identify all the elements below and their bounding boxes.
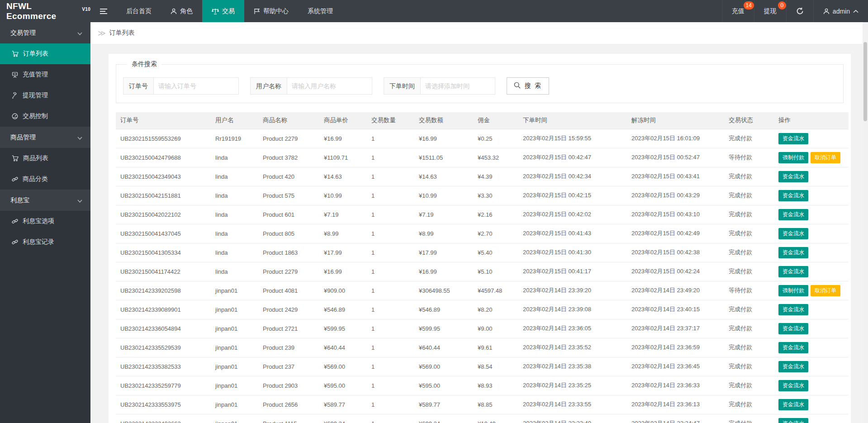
unit-price-cell: ¥640.44 bbox=[319, 338, 367, 357]
order-id-cell: UB2302150041305334 bbox=[116, 243, 211, 262]
fund-flow-button[interactable]: 资金流水 bbox=[778, 247, 808, 258]
nav-item-trade[interactable]: 交易 bbox=[202, 0, 244, 22]
order-time-cell: 2023年02月15日 15:59:55 bbox=[518, 129, 627, 148]
unit-price-cell: ¥599.95 bbox=[319, 319, 367, 338]
sidebar-group-label: 交易管理 bbox=[10, 29, 36, 37]
table-row: UB2302142339089901jinpan01Product 2429¥5… bbox=[116, 300, 849, 319]
table-row: UB2302150041305334lindaProduct 1863¥17.9… bbox=[116, 243, 849, 262]
sidebar-item-product-list[interactable]: 商品列表 bbox=[0, 148, 90, 169]
nav-item-system[interactable]: 系统管理 bbox=[298, 0, 342, 22]
column-header-0: 订单号 bbox=[116, 112, 211, 129]
status-cell: 完成付款 bbox=[724, 224, 774, 243]
vertical-scrollbar-thumb[interactable] bbox=[863, 42, 867, 121]
status-cell: 完成付款 bbox=[724, 319, 774, 338]
username-cell: linda bbox=[211, 167, 258, 186]
column-header-9: 交易状态 bbox=[724, 112, 774, 129]
quantity-cell: 1 bbox=[367, 262, 414, 281]
quantity-cell: 1 bbox=[367, 300, 414, 319]
sidebar-group-product-management[interactable]: 商品管理 bbox=[0, 127, 90, 148]
refresh-button[interactable] bbox=[786, 0, 813, 22]
unfreeze-time-cell: 2023年02月14日 23:36:13 bbox=[627, 395, 724, 414]
unfreeze-time-cell: 2023年02月14日 22:24:47 bbox=[627, 414, 724, 423]
sidebar-item-product-category[interactable]: 商品分类 bbox=[0, 169, 90, 190]
admin-user-icon bbox=[823, 8, 830, 14]
quantity-cell: 1 bbox=[367, 338, 414, 357]
sidebar-item-recharge-management[interactable]: 充值管理 bbox=[0, 64, 90, 85]
sidebar-item-interest-records[interactable]: 利息宝记录 bbox=[0, 232, 90, 252]
order-time-cell: 2023年02月15日 00:41:17 bbox=[518, 262, 627, 281]
status-cell: 完成付款 bbox=[724, 338, 774, 357]
order-id-field-group: 订单号 bbox=[123, 77, 239, 95]
recharge-button[interactable]: 充值 14 bbox=[722, 0, 754, 22]
order-id-cell: UB2302142335529539 bbox=[116, 338, 211, 357]
order-time-cell: 2023年02月14日 23:33:55 bbox=[518, 395, 627, 414]
unit-price-cell: ¥909.00 bbox=[319, 281, 367, 300]
fund-flow-button[interactable]: 资金流水 bbox=[778, 304, 808, 315]
cancel-order-button[interactable]: 取消订单 bbox=[811, 152, 840, 163]
sidebar-toggle-button[interactable] bbox=[90, 0, 117, 22]
top-navbar: NFWL Ecommerce V10 后台首页 角色 交易 bbox=[0, 0, 868, 22]
username-cell: jinpan01 bbox=[211, 338, 258, 357]
nav-item-label: 角色 bbox=[180, 7, 193, 15]
nav-item-home[interactable]: 后台首页 bbox=[117, 0, 161, 22]
order-id-input[interactable] bbox=[154, 77, 239, 95]
fund-flow-button[interactable]: 资金流水 bbox=[778, 190, 808, 201]
username-input[interactable] bbox=[287, 77, 372, 95]
force-pay-button[interactable]: 强制付款 bbox=[778, 152, 808, 163]
amount-cell: ¥17.99 bbox=[414, 243, 473, 262]
fund-flow-button[interactable]: 资金流水 bbox=[778, 418, 808, 423]
amount-cell: ¥16.99 bbox=[414, 129, 473, 148]
order-time-input[interactable] bbox=[421, 77, 495, 95]
sidebar-item-trade-control[interactable]: 交易控制 bbox=[0, 106, 90, 127]
product-cell: Product 2279 bbox=[258, 262, 319, 281]
quantity-cell: 1 bbox=[367, 243, 414, 262]
order-time-field-label: 下单时间 bbox=[384, 77, 421, 95]
column-header-2: 商品名称 bbox=[258, 112, 319, 129]
fund-flow-button[interactable]: 资金流水 bbox=[778, 323, 808, 334]
user-menu[interactable]: admin bbox=[813, 0, 868, 22]
actions-cell: 资金流水 bbox=[774, 300, 849, 319]
actions-cell: 资金流水 bbox=[774, 376, 849, 395]
force-pay-button[interactable]: 强制付款 bbox=[778, 285, 808, 296]
fund-flow-button[interactable]: 资金流水 bbox=[778, 266, 808, 277]
hamburger-icon bbox=[100, 8, 107, 14]
nav-item-help[interactable]: 帮助中心 bbox=[244, 0, 298, 22]
sidebar-item-label: 利息宝选项 bbox=[23, 217, 54, 225]
sidebar-item-interest-options[interactable]: 利息宝选项 bbox=[0, 211, 90, 232]
unfreeze-time-cell: 2023年02月15日 00:43:41 bbox=[627, 167, 724, 186]
chevron-down-icon bbox=[77, 197, 82, 204]
amount-cell: ¥14.63 bbox=[414, 167, 473, 186]
sidebar-item-withdraw-management[interactable]: 提现管理 bbox=[0, 85, 90, 106]
sidebar-group-trade-management[interactable]: 交易管理 bbox=[0, 22, 90, 43]
chevron-up-icon bbox=[853, 10, 859, 13]
order-id-field-label: 订单号 bbox=[123, 77, 154, 95]
sidebar-item-label: 提现管理 bbox=[23, 91, 48, 100]
fund-flow-button[interactable]: 资金流水 bbox=[778, 361, 808, 372]
cancel-order-button[interactable]: 取消订单 bbox=[811, 285, 840, 296]
fund-flow-button[interactable]: 资金流水 bbox=[778, 171, 808, 182]
fund-flow-button[interactable]: 资金流水 bbox=[778, 228, 808, 239]
fund-flow-button[interactable]: 资金流水 bbox=[778, 133, 808, 144]
unit-price-cell: ¥569.00 bbox=[319, 357, 367, 376]
fund-flow-button[interactable]: 资金流水 bbox=[778, 209, 808, 220]
unit-price-cell: ¥14.63 bbox=[319, 167, 367, 186]
search-button[interactable]: 搜 索 bbox=[507, 77, 549, 95]
username-cell: jinpan01 bbox=[211, 376, 258, 395]
order-time-cell: 2023年02月15日 00:41:30 bbox=[518, 243, 627, 262]
nav-item-role[interactable]: 角色 bbox=[161, 0, 202, 22]
username-label: admin bbox=[833, 8, 850, 15]
actions-cell: 资金流水 bbox=[774, 319, 849, 338]
flag-icon bbox=[254, 8, 260, 14]
fund-flow-button[interactable]: 资金流水 bbox=[778, 380, 808, 391]
withdraw-button[interactable]: 提现 0 bbox=[754, 0, 786, 22]
actions-cell: 资金流水 bbox=[774, 224, 849, 243]
quantity-cell: 1 bbox=[367, 357, 414, 376]
order-id-cell: UB2302142335259779 bbox=[116, 376, 211, 395]
fund-flow-button[interactable]: 资金流水 bbox=[778, 342, 808, 353]
sidebar-group-interest-treasure[interactable]: 利息宝 bbox=[0, 190, 90, 211]
order-id-cell: UB2302150042349043 bbox=[116, 167, 211, 186]
sidebar-item-order-list[interactable]: 订单列表 bbox=[0, 43, 90, 64]
order-time-cell: 2023年02月14日 23:39:20 bbox=[518, 281, 627, 300]
fund-flow-button[interactable]: 资金流水 bbox=[778, 399, 808, 410]
actions-cell: 资金流水 bbox=[774, 186, 849, 205]
